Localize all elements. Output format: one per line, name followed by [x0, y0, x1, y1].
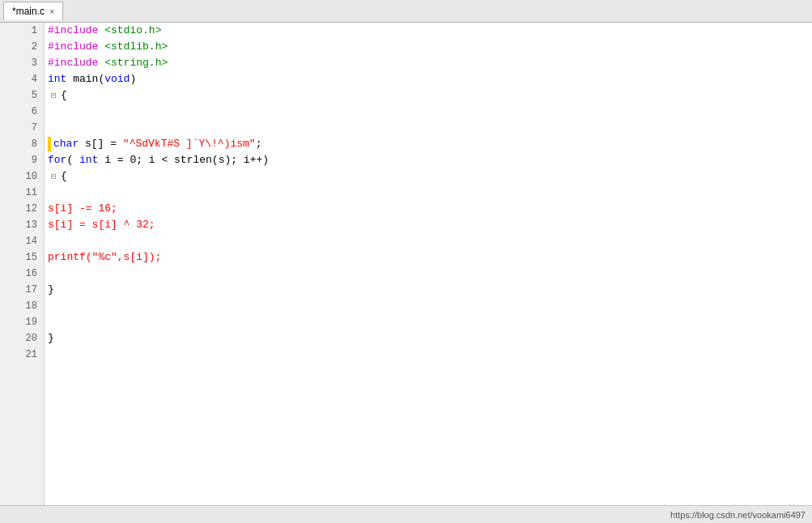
- bottom-bar: https://blog.csdn.net/vookami6497: [0, 505, 812, 523]
- line-number: 21: [0, 347, 44, 363]
- fold-marker[interactable]: ⊟: [48, 87, 59, 104]
- line-number: 2: [0, 39, 44, 55]
- code-line: [48, 347, 812, 363]
- line-number: 14: [0, 233, 44, 249]
- line-number: 20: [0, 330, 44, 347]
- line-number: 6: [0, 104, 44, 120]
- code-line: ⊟{: [48, 168, 812, 185]
- line-number: 1: [0, 23, 44, 39]
- breakpoint-marker: [48, 137, 51, 151]
- line-number: 17: [0, 282, 44, 298]
- code-line: #include <stdio.h>: [48, 23, 812, 39]
- line-number: 12: [0, 201, 44, 217]
- line-number: 10: [0, 168, 44, 185]
- code-area[interactable]: #include <stdio.h> #include <stdlib.h> #…: [45, 23, 812, 505]
- code-line: ⊟{: [48, 87, 812, 104]
- tab-close-button[interactable]: ×: [49, 6, 54, 16]
- line-numbers: 123456789101112131415161718192021: [0, 23, 45, 505]
- fold-marker[interactable]: ⊟: [48, 168, 59, 185]
- code-line: s[i] -= 16;: [48, 201, 812, 217]
- line-number: 11: [0, 185, 44, 201]
- line-number: 15: [0, 249, 44, 266]
- code-line: #include <string.h>: [48, 55, 812, 71]
- code-line: s[i] = s[i] ^ 32;: [48, 217, 812, 233]
- main-window: *main.c × 123456789101112131415161718192…: [0, 0, 812, 523]
- line-number: 19: [0, 314, 44, 330]
- line-number: 16: [0, 266, 44, 282]
- code-line: [48, 314, 812, 330]
- line-number: 3: [0, 55, 44, 71]
- line-number: 9: [0, 152, 44, 168]
- code-line: [48, 120, 812, 136]
- code-line: [48, 104, 812, 120]
- line-number: 5: [0, 87, 44, 104]
- code-line: [48, 233, 812, 249]
- line-number: 4: [0, 71, 44, 87]
- code-line: }: [48, 330, 812, 347]
- file-tab[interactable]: *main.c ×: [3, 2, 63, 20]
- code-line: printf("%c",s[i]);: [48, 249, 812, 266]
- code-line: char s[] = "^SdVkT#S ]`Y\!^)ism";: [48, 136, 812, 152]
- code-line: #include <stdlib.h>: [48, 39, 812, 55]
- url-display: https://blog.csdn.net/vookami6497: [670, 510, 806, 520]
- code-line: }: [48, 282, 812, 298]
- line-number: 13: [0, 217, 44, 233]
- code-line: int main(void): [48, 71, 812, 87]
- code-line: [48, 266, 812, 282]
- title-bar: *main.c ×: [0, 0, 812, 23]
- code-line: [48, 298, 812, 314]
- editor-area: 123456789101112131415161718192021 #inclu…: [0, 23, 812, 505]
- code-line: [48, 185, 812, 201]
- tab-title: *main.c: [12, 6, 45, 17]
- line-number: 18: [0, 298, 44, 314]
- code-line: for( int i = 0; i < strlen(s); i++): [48, 152, 812, 168]
- line-number: 7: [0, 120, 44, 136]
- line-number: 8: [0, 136, 44, 152]
